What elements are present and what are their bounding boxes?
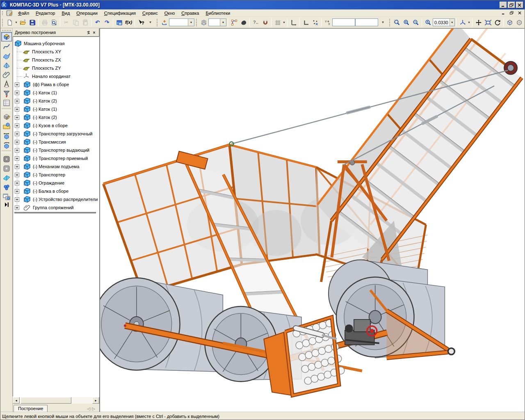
- toolbar-options-icon[interactable]: ▾: [146, 18, 155, 27]
- window-manager-icon[interactable]: [114, 18, 124, 27]
- tree-item[interactable]: (-) Транспортер загрузочный: [17, 130, 92, 138]
- show-component-icon[interactable]: [1, 164, 12, 173]
- expand-plus-icon[interactable]: [15, 99, 19, 103]
- display-shaded-icon[interactable]: [505, 18, 514, 27]
- tree-item[interactable]: (-) Кузов в сборе: [17, 121, 68, 130]
- expand-plus-icon[interactable]: [15, 140, 19, 144]
- chevron-down-icon[interactable]: ▼: [188, 19, 194, 26]
- grid-icon[interactable]: [273, 18, 282, 27]
- save-document-icon[interactable]: [27, 18, 37, 27]
- pan-icon[interactable]: [474, 18, 483, 27]
- coord_y-combo[interactable]: [332, 18, 355, 26]
- 3d-viewport[interactable]: [100, 28, 525, 412]
- new-document-icon[interactable]: [5, 18, 14, 27]
- rotate-icon[interactable]: [493, 18, 502, 27]
- solid-icon[interactable]: [239, 18, 248, 27]
- tree-item[interactable]: (-) Устройство распределители: [17, 195, 98, 203]
- expand-plus-icon[interactable]: [15, 107, 19, 112]
- tree-item[interactable]: (-) Каток (1): [17, 89, 57, 97]
- tree-item[interactable]: (-) Каток (1): [17, 105, 57, 113]
- tree-item[interactable]: Плоскость XY: [17, 48, 61, 56]
- chevron-down-icon[interactable]: ▾: [467, 18, 471, 27]
- tree-item[interactable]: (-) Балка в сборе: [17, 187, 68, 195]
- mates-icon[interactable]: [1, 70, 12, 79]
- show-all-icon[interactable]: [483, 18, 493, 27]
- edit-in-place-icon[interactable]: [1, 121, 12, 131]
- restore-button[interactable]: [508, 2, 515, 8]
- zoom-scale-icon[interactable]: [423, 18, 433, 27]
- chevron-down-icon[interactable]: ▼: [450, 19, 454, 26]
- tree-item[interactable]: Плоскость ZY: [17, 64, 61, 72]
- tree-item[interactable]: (-) Каток (2): [17, 97, 57, 105]
- tree-close-icon[interactable]: ×: [91, 30, 97, 35]
- space-curves-icon[interactable]: [1, 41, 12, 51]
- expand-plus-icon[interactable]: [15, 164, 19, 169]
- panel-expand-icon[interactable]: [3, 202, 10, 207]
- hide-component-icon[interactable]: [1, 154, 12, 164]
- scroll-thumb[interactable]: [21, 397, 71, 404]
- expand-plus-icon[interactable]: [15, 115, 19, 120]
- specification-icon[interactable]: [1, 98, 12, 107]
- undo-icon[interactable]: ↶: [93, 18, 102, 27]
- measurements-3d-icon[interactable]: [1, 79, 12, 89]
- child-close-button[interactable]: [516, 10, 523, 16]
- expand-plus-icon[interactable]: [15, 189, 19, 194]
- tree-item[interactable]: (-) Каток (2): [17, 113, 57, 121]
- display-wireframe-icon[interactable]: [514, 18, 524, 27]
- tree-item[interactable]: Группа сопряжений: [17, 203, 73, 212]
- auxiliary-geometry-icon[interactable]: [1, 60, 12, 70]
- rotate-component-icon[interactable]: [1, 140, 12, 150]
- tree-item[interactable]: (ф) Рама в сборе: [17, 80, 69, 89]
- move-component-icon[interactable]: [1, 131, 12, 140]
- expand-plus-icon[interactable]: [15, 205, 19, 210]
- layers-icon[interactable]: [199, 18, 208, 27]
- context-help-icon[interactable]: ?: [136, 18, 146, 27]
- tree-item[interactable]: Плоскость ZX: [17, 56, 61, 64]
- menu-сервис[interactable]: Сервис: [139, 10, 161, 16]
- local-cs-icon[interactable]: [229, 18, 239, 27]
- toolbar-grip[interactable]: [196, 18, 198, 27]
- menu-окно[interactable]: Окно: [161, 10, 178, 16]
- tree-root[interactable]: Машина уборочная: [14, 39, 65, 48]
- expand-plus-icon[interactable]: [15, 181, 19, 185]
- layers-combo[interactable]: ▼: [208, 18, 226, 26]
- tree-hscrollbar[interactable]: ◂ ▸: [13, 397, 99, 404]
- tree-item[interactable]: (-) Ограждение: [17, 179, 64, 187]
- edit-part-icon[interactable]: [1, 32, 12, 41]
- scroll-right-icon[interactable]: ▸: [92, 397, 99, 404]
- tree-item[interactable]: (-) Транспортер: [17, 171, 65, 179]
- zoom-out-icon[interactable]: [411, 18, 420, 27]
- expand-plus-icon[interactable]: [15, 82, 19, 87]
- tree-item[interactable]: (-) Транспортер выдающий: [17, 146, 89, 154]
- component-window-icon[interactable]: [1, 192, 12, 201]
- snap-magnet-icon[interactable]: [260, 18, 270, 27]
- snap-dotted-icon[interactable]: ?..: [251, 18, 260, 27]
- expand-plus-icon[interactable]: [15, 148, 19, 153]
- expand-plus-icon[interactable]: [15, 132, 19, 136]
- tree-item[interactable]: Начало координат: [17, 72, 71, 80]
- print-preview-icon[interactable]: [49, 18, 59, 27]
- open-document-icon[interactable]: [18, 18, 27, 27]
- zoom-window-icon[interactable]: [392, 18, 402, 27]
- menu-справка[interactable]: Справка: [178, 10, 202, 16]
- points-icon[interactable]: [310, 18, 320, 27]
- tree-item[interactable]: (-) Механизм подъема: [17, 162, 79, 171]
- document-icon[interactable]: [6, 10, 13, 16]
- chevron-down-icon[interactable]: ▾: [14, 18, 18, 27]
- toolbar-options-icon[interactable]: ▾: [378, 18, 388, 27]
- expand-plus-icon[interactable]: [15, 197, 19, 202]
- variables-icon[interactable]: f(x): [124, 18, 133, 27]
- menu-библиотеки[interactable]: Библиотеки: [203, 10, 234, 16]
- axes-icon[interactable]: [289, 18, 298, 27]
- zoom-in-icon[interactable]: [402, 18, 411, 27]
- coordinates-icon[interactable]: YX: [323, 18, 332, 27]
- orientation-icon[interactable]: [458, 18, 467, 27]
- chevron-down-icon[interactable]: ▾: [282, 18, 286, 27]
- redo-icon[interactable]: ↷: [102, 18, 112, 27]
- menu-grip[interactable]: [2, 10, 4, 16]
- tree-item[interactable]: (-) Трансмиссия: [17, 138, 66, 146]
- expand-plus-icon[interactable]: [15, 123, 19, 128]
- tab-nav-arrows[interactable]: ◁▷: [85, 406, 99, 412]
- expand-plus-icon[interactable]: [15, 173, 19, 177]
- toolbar-grip[interactable]: [389, 18, 391, 27]
